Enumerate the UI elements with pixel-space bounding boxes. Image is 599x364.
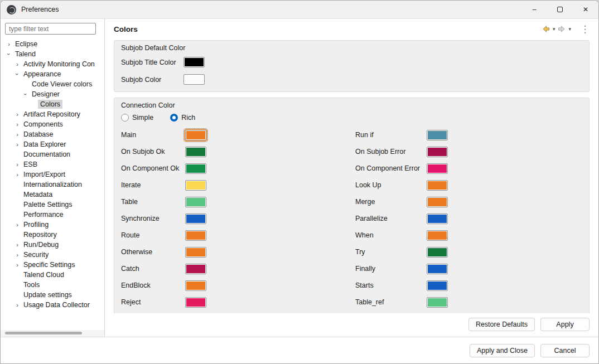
tree-item-label[interactable]: Usage Data Collector: [21, 300, 92, 309]
chevron-right-icon[interactable]: ›: [5, 39, 13, 49]
tree-item-profiling[interactable]: ›Profiling: [1, 220, 104, 230]
tree-item-label[interactable]: Talend Cloud: [21, 270, 66, 279]
tree-item-data-explorer[interactable]: ›Data Explorer: [1, 139, 104, 149]
tree-item-label[interactable]: Data Explorer: [21, 140, 68, 149]
tree-item-esb[interactable]: ›ESB: [1, 159, 104, 169]
tree-item-label[interactable]: Artifact Repository: [21, 110, 83, 119]
tree-item-talend-cloud[interactable]: Talend Cloud: [1, 270, 104, 280]
tree-item-label[interactable]: Code Viewer colors: [30, 80, 94, 89]
tree-item-label[interactable]: Activity Monitoring Con: [21, 60, 97, 69]
view-menu-button[interactable]: ⋮: [581, 22, 590, 36]
subjob-color-color-swatch[interactable]: [183, 74, 205, 85]
chevron-right-icon[interactable]: ›: [13, 119, 21, 129]
forward-dropdown-button[interactable]: ▾: [567, 26, 573, 32]
tree-item-label[interactable]: Tools: [21, 280, 42, 289]
radio-selected-icon[interactable]: [170, 114, 178, 122]
parallelize-color-swatch[interactable]: [427, 213, 448, 224]
tree-item-label[interactable]: Security: [21, 250, 51, 259]
tree-item-label[interactable]: Documentation: [21, 150, 73, 159]
chevron-right-icon[interactable]: ›: [13, 129, 21, 139]
tree-item-label[interactable]: Database: [21, 130, 56, 139]
tree-item-label[interactable]: ESB: [21, 160, 40, 169]
radio-simple[interactable]: Simple: [121, 114, 153, 122]
tree-item-internationalization[interactable]: Internationalization: [1, 179, 104, 190]
close-button[interactable]: ✕: [573, 1, 598, 18]
horizontal-scrollbar-thumb[interactable]: [5, 332, 82, 334]
tree-item-update-settings[interactable]: Update settings: [1, 290, 104, 300]
tree-item-label[interactable]: Internationalization: [21, 180, 84, 189]
iterate-color-swatch[interactable]: [185, 180, 206, 191]
run-if-color-swatch[interactable]: [427, 130, 448, 140]
tree-item-tools[interactable]: Tools: [1, 280, 104, 290]
chevron-right-icon[interactable]: ›: [13, 59, 21, 69]
chevron-down-icon[interactable]: ›: [12, 70, 22, 78]
tree-item-database[interactable]: ›Database: [1, 129, 104, 139]
tree-item-documentation[interactable]: Documentation: [1, 149, 104, 159]
tree-item-metadata[interactable]: Metadata: [1, 190, 104, 200]
back-button[interactable]: [541, 23, 551, 35]
try-color-swatch[interactable]: [427, 247, 448, 258]
chevron-right-icon[interactable]: ›: [13, 159, 21, 169]
tree-item-label[interactable]: Eclipse: [13, 40, 40, 48]
filter-input[interactable]: [5, 23, 96, 35]
chevron-right-icon[interactable]: ›: [13, 220, 21, 230]
horizontal-scrollbar-track[interactable]: [1, 330, 104, 337]
tree-item-usage-data-collector[interactable]: ›Usage Data Collector: [1, 300, 104, 310]
tree-item-label[interactable]: Update settings: [21, 290, 74, 299]
on-subjob-ok-color-swatch[interactable]: [185, 147, 206, 157]
when-color-swatch[interactable]: [427, 230, 448, 241]
chevron-down-icon[interactable]: ›: [4, 50, 14, 58]
synchronize-color-swatch[interactable]: [185, 213, 206, 224]
tree-item-label[interactable]: Profiling: [21, 220, 51, 229]
on-component-ok-color-swatch[interactable]: [185, 163, 206, 174]
chevron-right-icon[interactable]: ›: [13, 260, 21, 270]
maximize-button[interactable]: [547, 1, 573, 18]
tree-item-label[interactable]: Performance: [21, 210, 66, 219]
tree-item-import-export[interactable]: ›Import/Export: [1, 169, 104, 179]
chevron-right-icon[interactable]: ›: [13, 250, 21, 260]
finally-color-swatch[interactable]: [427, 264, 448, 274]
tree-item-label[interactable]: Import/Export: [21, 170, 67, 179]
back-dropdown-button[interactable]: ▾: [551, 26, 557, 32]
tree-item-specific-settings[interactable]: ›Specific Settings: [1, 260, 104, 270]
tree-item-artifact-repository[interactable]: ›Artifact Repository: [1, 109, 104, 119]
starts-color-swatch[interactable]: [427, 280, 448, 291]
catch-color-swatch[interactable]: [185, 264, 206, 274]
tree-item-eclipse[interactable]: ›Eclipse: [1, 39, 104, 49]
route-color-swatch[interactable]: [185, 230, 206, 241]
apply-and-close-button[interactable]: Apply and Close: [470, 344, 535, 357]
tree-item-label[interactable]: Components: [21, 120, 65, 129]
on-component-error-color-swatch[interactable]: [427, 163, 448, 174]
on-subjob-error-color-swatch[interactable]: [427, 147, 448, 157]
tree-item-activity-monitoring-con[interactable]: ›Activity Monitoring Con: [1, 59, 104, 69]
main-color-swatch[interactable]: [185, 130, 206, 140]
tree-item-colors[interactable]: Colors: [1, 99, 104, 109]
tree-item-repository[interactable]: Repository: [1, 230, 104, 240]
table-color-swatch[interactable]: [185, 197, 206, 207]
look-up-color-swatch[interactable]: [427, 180, 448, 191]
tree-item-palette-settings[interactable]: Palette Settings: [1, 200, 104, 210]
chevron-right-icon[interactable]: ›: [13, 240, 21, 250]
chevron-right-icon[interactable]: ›: [13, 139, 21, 149]
merge-color-swatch[interactable]: [427, 197, 448, 207]
cancel-button[interactable]: Cancel: [540, 344, 590, 357]
chevron-right-icon[interactable]: ›: [13, 169, 21, 179]
reject-color-swatch[interactable]: [185, 297, 206, 308]
tree-item-label[interactable]: Run/Debug: [21, 240, 61, 249]
endblock-color-swatch[interactable]: [185, 280, 206, 291]
tree-item-label[interactable]: Designer: [30, 90, 62, 99]
tree-item-talend[interactable]: ›Talend: [1, 49, 104, 59]
tree-item-run-debug[interactable]: ›Run/Debug: [1, 240, 104, 250]
chevron-down-icon[interactable]: ›: [21, 90, 31, 98]
subjob-title-color-color-swatch[interactable]: [183, 57, 205, 67]
tree-item-appearance[interactable]: ›Appearance: [1, 69, 104, 79]
restore-defaults-button[interactable]: Restore Defaults: [468, 318, 535, 331]
radio-rich[interactable]: Rich: [170, 114, 195, 122]
tree-item-performance[interactable]: Performance: [1, 210, 104, 220]
apply-button[interactable]: Apply: [540, 318, 590, 331]
tree-item-label[interactable]: Appearance: [21, 70, 63, 79]
tree-item-label[interactable]: Specific Settings: [21, 260, 77, 269]
tree-item-label[interactable]: Colors: [38, 100, 62, 109]
chevron-right-icon[interactable]: ›: [13, 109, 21, 119]
minimize-button[interactable]: –: [521, 1, 547, 18]
